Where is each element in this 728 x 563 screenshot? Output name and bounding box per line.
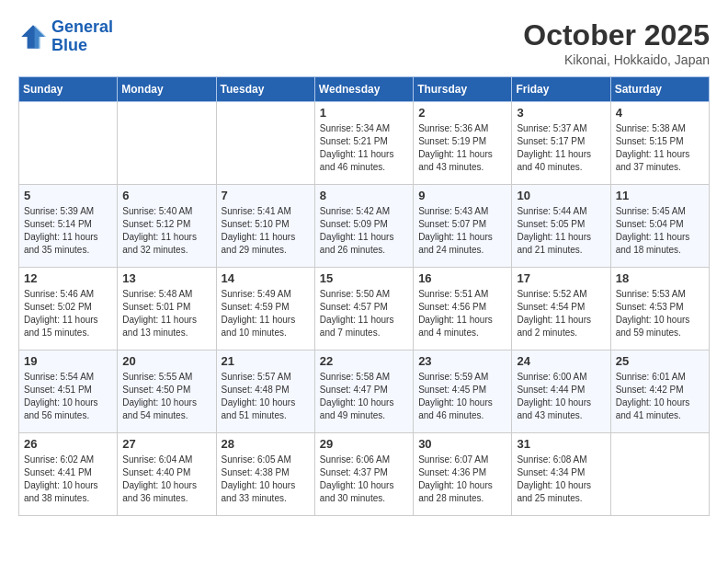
calendar-cell: 9Sunrise: 5:43 AMSunset: 5:07 PMDaylight… (414, 185, 512, 268)
day-number: 19 (24, 354, 112, 368)
day-number: 10 (517, 189, 605, 202)
calendar-cell (118, 102, 216, 185)
calendar-cell: 17Sunrise: 5:52 AMSunset: 4:54 PMDayligh… (512, 268, 610, 350)
calendar-cell: 22Sunrise: 5:58 AMSunset: 4:47 PMDayligh… (314, 350, 413, 433)
day-number: 5 (24, 189, 112, 202)
day-info: Sunrise: 5:40 AMSunset: 5:12 PMDaylight:… (122, 205, 210, 257)
calendar-cell: 15Sunrise: 5:50 AMSunset: 4:57 PMDayligh… (314, 268, 413, 350)
calendar-cell: 28Sunrise: 6:05 AMSunset: 4:38 PMDayligh… (216, 433, 314, 516)
calendar-cell: 16Sunrise: 5:51 AMSunset: 4:56 PMDayligh… (414, 268, 512, 350)
weekday-header: Sunday (19, 77, 118, 102)
title-block: October 2025 Kikonai, Hokkaido, Japan (523, 18, 710, 67)
day-info: Sunrise: 6:05 AMSunset: 4:38 PMDaylight:… (222, 454, 310, 505)
calendar-table: SundayMondayTuesdayWednesdayThursdayFrid… (18, 76, 710, 516)
calendar-cell: 27Sunrise: 6:04 AMSunset: 4:40 PMDayligh… (118, 433, 216, 516)
day-info: Sunrise: 5:44 AMSunset: 5:05 PMDaylight:… (517, 205, 605, 257)
calendar-cell (216, 102, 314, 185)
calendar-cell: 24Sunrise: 6:00 AMSunset: 4:44 PMDayligh… (512, 350, 610, 433)
day-number: 9 (418, 189, 506, 202)
page-header: General Blue October 2025 Kikonai, Hokka… (18, 18, 710, 67)
day-info: Sunrise: 5:49 AMSunset: 4:59 PMDaylight:… (222, 288, 310, 339)
day-number: 29 (320, 437, 408, 451)
logo: General Blue (18, 18, 113, 55)
calendar-cell: 4Sunrise: 5:38 AMSunset: 5:15 PMDaylight… (610, 102, 709, 185)
calendar-cell: 30Sunrise: 6:07 AMSunset: 4:36 PMDayligh… (414, 433, 512, 516)
day-number: 30 (418, 437, 506, 451)
day-number: 22 (320, 354, 408, 368)
calendar-cell: 11Sunrise: 5:45 AMSunset: 5:04 PMDayligh… (610, 185, 709, 268)
calendar-cell: 20Sunrise: 5:55 AMSunset: 4:50 PMDayligh… (118, 350, 216, 433)
weekday-header: Wednesday (314, 77, 413, 102)
calendar-cell: 8Sunrise: 5:42 AMSunset: 5:09 PMDaylight… (314, 185, 413, 268)
day-info: Sunrise: 5:39 AMSunset: 5:14 PMDaylight:… (24, 205, 112, 257)
calendar-cell: 14Sunrise: 5:49 AMSunset: 4:59 PMDayligh… (216, 268, 314, 350)
day-info: Sunrise: 5:59 AMSunset: 4:45 PMDaylight:… (418, 371, 506, 422)
day-info: Sunrise: 6:07 AMSunset: 4:36 PMDaylight:… (418, 454, 506, 505)
day-info: Sunrise: 5:41 AMSunset: 5:10 PMDaylight:… (222, 205, 310, 257)
calendar-cell: 13Sunrise: 5:48 AMSunset: 5:01 PMDayligh… (118, 268, 216, 350)
day-info: Sunrise: 6:00 AMSunset: 4:44 PMDaylight:… (517, 371, 605, 422)
logo-icon (18, 22, 48, 52)
day-info: Sunrise: 6:06 AMSunset: 4:37 PMDaylight:… (320, 454, 408, 505)
calendar-cell (610, 433, 709, 516)
day-info: Sunrise: 5:38 AMSunset: 5:15 PMDaylight:… (616, 122, 704, 174)
calendar-cell: 2Sunrise: 5:36 AMSunset: 5:19 PMDaylight… (414, 102, 512, 185)
svg-marker-1 (35, 25, 47, 49)
day-info: Sunrise: 6:08 AMSunset: 4:34 PMDaylight:… (517, 454, 605, 505)
calendar-cell: 6Sunrise: 5:40 AMSunset: 5:12 PMDaylight… (118, 185, 216, 268)
weekday-header: Thursday (414, 77, 512, 102)
day-number: 7 (222, 189, 310, 202)
day-info: Sunrise: 5:50 AMSunset: 4:57 PMDaylight:… (320, 288, 408, 339)
day-info: Sunrise: 5:37 AMSunset: 5:17 PMDaylight:… (517, 122, 605, 174)
day-number: 14 (222, 271, 310, 285)
day-info: Sunrise: 6:04 AMSunset: 4:40 PMDaylight:… (122, 454, 210, 505)
day-info: Sunrise: 6:02 AMSunset: 4:41 PMDaylight:… (24, 454, 112, 505)
day-info: Sunrise: 5:48 AMSunset: 5:01 PMDaylight:… (122, 288, 210, 339)
day-info: Sunrise: 5:53 AMSunset: 4:53 PMDaylight:… (616, 288, 704, 339)
calendar-cell: 31Sunrise: 6:08 AMSunset: 4:34 PMDayligh… (512, 433, 610, 516)
day-number: 28 (222, 437, 310, 451)
day-number: 31 (517, 437, 605, 451)
day-info: Sunrise: 5:36 AMSunset: 5:19 PMDaylight:… (418, 122, 506, 174)
weekday-header: Tuesday (216, 77, 314, 102)
day-number: 20 (122, 354, 210, 368)
location-subtitle: Kikonai, Hokkaido, Japan (523, 52, 710, 67)
day-info: Sunrise: 5:58 AMSunset: 4:47 PMDaylight:… (320, 371, 408, 422)
day-number: 27 (122, 437, 210, 451)
day-number: 3 (517, 106, 605, 120)
calendar-week-row: 19Sunrise: 5:54 AMSunset: 4:51 PMDayligh… (19, 350, 710, 433)
day-info: Sunrise: 5:57 AMSunset: 4:48 PMDaylight:… (222, 371, 310, 422)
calendar-cell: 7Sunrise: 5:41 AMSunset: 5:10 PMDaylight… (216, 185, 314, 268)
calendar-cell: 18Sunrise: 5:53 AMSunset: 4:53 PMDayligh… (610, 268, 709, 350)
calendar-week-row: 5Sunrise: 5:39 AMSunset: 5:14 PMDaylight… (19, 185, 710, 268)
day-number: 18 (616, 271, 704, 285)
day-number: 4 (616, 106, 704, 120)
calendar-cell: 26Sunrise: 6:02 AMSunset: 4:41 PMDayligh… (19, 433, 118, 516)
day-number: 23 (418, 354, 506, 368)
day-number: 24 (517, 354, 605, 368)
day-info: Sunrise: 6:01 AMSunset: 4:42 PMDaylight:… (616, 371, 704, 422)
logo-text: General Blue (51, 18, 113, 55)
day-number: 17 (517, 271, 605, 285)
day-number: 12 (24, 271, 112, 285)
day-info: Sunrise: 5:45 AMSunset: 5:04 PMDaylight:… (616, 205, 704, 257)
weekday-header: Monday (118, 77, 216, 102)
calendar-cell: 23Sunrise: 5:59 AMSunset: 4:45 PMDayligh… (414, 350, 512, 433)
day-number: 16 (418, 271, 506, 285)
weekday-header-row: SundayMondayTuesdayWednesdayThursdayFrid… (19, 77, 710, 102)
calendar-cell: 10Sunrise: 5:44 AMSunset: 5:05 PMDayligh… (512, 185, 610, 268)
calendar-cell: 3Sunrise: 5:37 AMSunset: 5:17 PMDaylight… (512, 102, 610, 185)
calendar-cell: 29Sunrise: 6:06 AMSunset: 4:37 PMDayligh… (314, 433, 413, 516)
day-number: 25 (616, 354, 704, 368)
day-number: 1 (320, 106, 408, 120)
calendar-week-row: 26Sunrise: 6:02 AMSunset: 4:41 PMDayligh… (19, 433, 710, 516)
day-info: Sunrise: 5:43 AMSunset: 5:07 PMDaylight:… (418, 205, 506, 257)
calendar-cell: 5Sunrise: 5:39 AMSunset: 5:14 PMDaylight… (19, 185, 118, 268)
calendar-cell: 19Sunrise: 5:54 AMSunset: 4:51 PMDayligh… (19, 350, 118, 433)
day-number: 15 (320, 271, 408, 285)
month-title: October 2025 (523, 18, 710, 52)
calendar-cell: 12Sunrise: 5:46 AMSunset: 5:02 PMDayligh… (19, 268, 118, 350)
calendar-cell (19, 102, 118, 185)
day-info: Sunrise: 5:46 AMSunset: 5:02 PMDaylight:… (24, 288, 112, 339)
calendar-cell: 25Sunrise: 6:01 AMSunset: 4:42 PMDayligh… (610, 350, 709, 433)
